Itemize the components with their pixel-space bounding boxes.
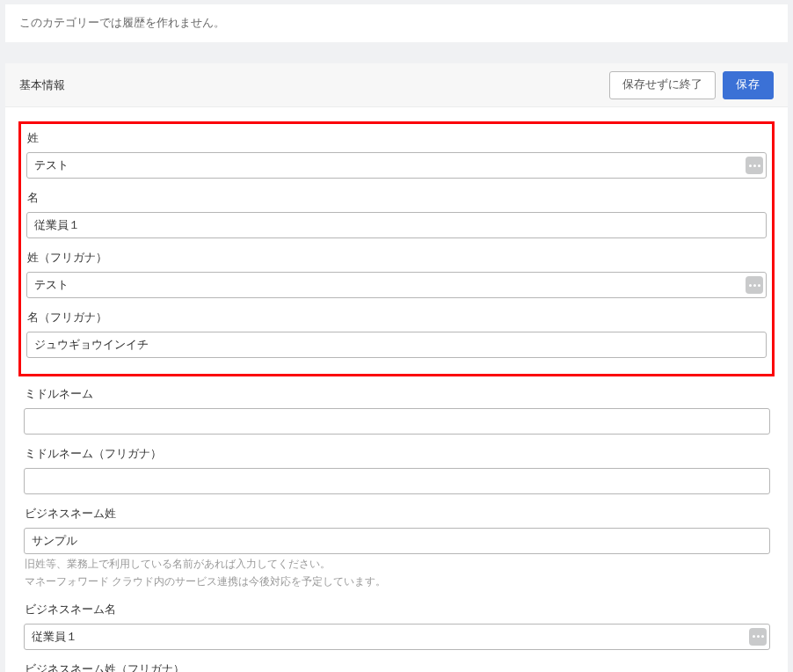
business-last-name-help2: マネーフォワード クラウド内のサービス連携は今後対応を予定しています。	[24, 574, 770, 589]
last-name-label: 姓	[26, 131, 767, 146]
business-first-name-label: ビジネスネーム名	[24, 603, 770, 617]
panel-body: 姓 名 姓（フリガナ）	[5, 107, 788, 672]
field-last-name-kana: 姓（フリガナ）	[26, 251, 767, 298]
first-name-kana-input[interactable]	[26, 332, 767, 358]
more-icon[interactable]	[749, 628, 767, 646]
more-icon[interactable]	[746, 276, 763, 294]
business-last-name-help1: 旧姓等、業務上で利用している名前があれば入力してください。	[24, 557, 770, 572]
first-name-kana-label: 名（フリガナ）	[26, 310, 767, 325]
basic-info-panel: 基本情報 保存せずに終了 保存 姓 名	[5, 63, 788, 672]
field-first-name-kana: 名（フリガナ）	[26, 310, 767, 358]
first-name-label: 名	[26, 191, 767, 206]
panel-title: 基本情報	[19, 77, 609, 93]
exit-without-save-button[interactable]: 保存せずに終了	[609, 71, 716, 99]
business-last-name-kana-label: ビジネスネーム姓（フリガナ）	[24, 662, 770, 673]
field-business-last-name: ビジネスネーム姓 旧姓等、業務上で利用している名前があれば入力してください。 マ…	[7, 507, 786, 590]
business-last-name-input[interactable]	[24, 528, 770, 554]
middle-name-label: ミドルネーム	[24, 387, 770, 402]
middle-name-input[interactable]	[24, 408, 770, 435]
first-name-input[interactable]	[26, 212, 767, 238]
last-name-kana-input[interactable]	[26, 272, 767, 298]
field-last-name: 姓	[26, 131, 767, 179]
last-name-kana-label: 姓（フリガナ）	[26, 251, 767, 266]
business-first-name-input[interactable]	[24, 624, 770, 650]
middle-name-kana-label: ミドルネーム（フリガナ）	[24, 447, 770, 462]
last-name-input[interactable]	[26, 152, 767, 179]
category-notice: このカテゴリーでは履歴を作れません。	[5, 4, 788, 42]
field-business-last-name-kana: ビジネスネーム姓（フリガナ）	[7, 662, 786, 673]
field-middle-name-kana: ミドルネーム（フリガナ）	[7, 447, 786, 494]
save-button[interactable]: 保存	[723, 71, 774, 99]
middle-name-kana-input[interactable]	[24, 468, 770, 494]
field-middle-name: ミドルネーム	[7, 387, 786, 435]
panel-header: 基本情報 保存せずに終了 保存	[5, 63, 788, 107]
field-first-name: 名	[26, 191, 767, 238]
highlight-box: 姓 名 姓（フリガナ）	[18, 121, 775, 376]
more-icon[interactable]	[746, 157, 763, 174]
field-business-first-name: ビジネスネーム名	[7, 603, 786, 650]
business-last-name-label: ビジネスネーム姓	[24, 507, 770, 522]
